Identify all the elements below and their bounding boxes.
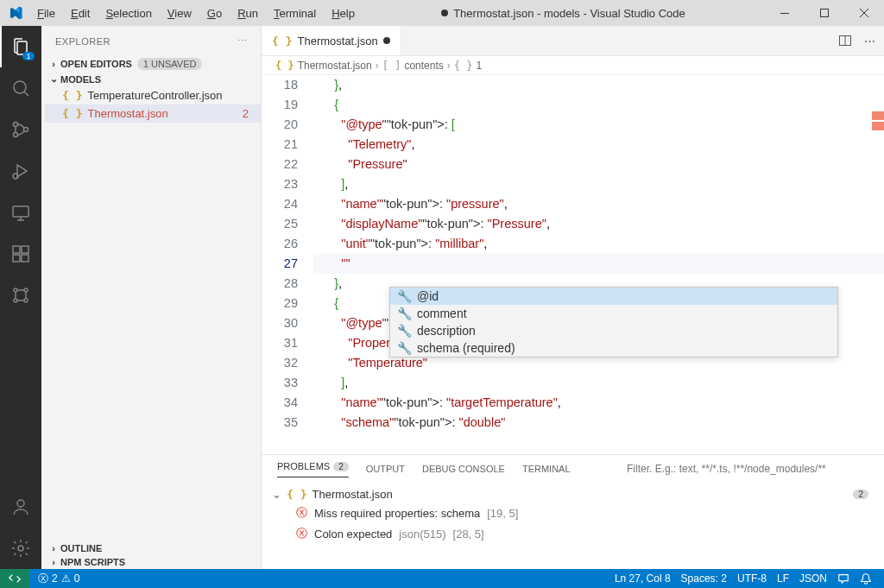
filter-input[interactable] xyxy=(627,463,868,475)
close-button[interactable] xyxy=(844,0,884,26)
app-logo xyxy=(0,6,30,20)
window-controls xyxy=(765,0,884,26)
breadcrumb[interactable]: { } Thermostat.json › [ ] contents › { }… xyxy=(262,56,884,75)
json-icon: { } xyxy=(275,60,294,72)
split-editor-icon[interactable] xyxy=(838,34,852,47)
tab-terminal[interactable]: TERMINAL xyxy=(522,464,571,474)
menu-file[interactable]: File xyxy=(30,3,62,23)
chevron-down-icon: ⌄ xyxy=(272,488,281,501)
status-language[interactable]: JSON xyxy=(794,572,832,585)
wrench-icon: 🔧 xyxy=(397,341,412,355)
folder-label: MODELS xyxy=(60,74,101,85)
tab-debug-console[interactable]: DEBUG CONSOLE xyxy=(422,464,505,474)
file-item-temperature-controller[interactable]: { } TemperatureController.json xyxy=(45,86,261,104)
svg-point-17 xyxy=(18,546,23,551)
problems-count-badge: 2 xyxy=(333,462,349,471)
activity-debug[interactable] xyxy=(0,150,41,192)
svg-rect-1 xyxy=(821,9,829,17)
svg-point-14 xyxy=(14,299,17,302)
status-encoding[interactable]: UTF-8 xyxy=(732,572,772,585)
overview-ruler[interactable] xyxy=(872,111,884,132)
tab-output[interactable]: OUTPUT xyxy=(366,464,405,474)
svg-rect-0 xyxy=(780,13,789,14)
menu-terminal[interactable]: Terminal xyxy=(267,3,323,23)
chevron-right-icon: › xyxy=(47,557,60,567)
maximize-button[interactable] xyxy=(805,0,844,26)
chevron-right-icon: › xyxy=(47,543,60,553)
problem-file-row[interactable]: ⌄ { } Thermostat.json 2 xyxy=(272,486,874,503)
error-marker[interactable] xyxy=(872,122,884,130)
activity-extensions[interactable] xyxy=(0,233,41,275)
bottom-panel: PROBLEMS2 OUTPUT DEBUG CONSOLE TERMINAL … xyxy=(262,454,884,569)
suggest-widget[interactable]: 🔧@id 🔧comment 🔧description 🔧schema (requ… xyxy=(389,287,838,357)
wrench-icon: 🔧 xyxy=(397,324,412,338)
menu-go[interactable]: Go xyxy=(200,3,229,23)
problem-item[interactable]: ⓧ Colon expected json(515) [28, 5] xyxy=(272,523,874,544)
svg-rect-10 xyxy=(22,255,28,262)
activity-dtdl[interactable] xyxy=(0,275,41,316)
unsaved-badge: 1 UNSAVED xyxy=(137,58,203,70)
svg-point-13 xyxy=(24,288,28,292)
status-spaces[interactable]: Spaces: 2 xyxy=(676,572,732,585)
menu-view[interactable]: View xyxy=(161,3,199,23)
wrench-icon: 🔧 xyxy=(397,307,412,320)
title-bar: File Edit Selection View Go Run Terminal… xyxy=(0,0,884,26)
activity-bar: 1 xyxy=(0,26,41,569)
activity-scm[interactable] xyxy=(0,109,41,150)
modified-dot-icon xyxy=(441,9,448,16)
menu-selection[interactable]: Selection xyxy=(98,3,158,23)
activity-settings[interactable] xyxy=(0,528,41,569)
error-icon: ⓧ xyxy=(296,526,307,541)
outline-section[interactable]: › OUTLINE xyxy=(41,541,261,555)
menu-run[interactable]: Run xyxy=(230,3,265,23)
activity-search[interactable] xyxy=(0,67,41,109)
more-icon[interactable]: ⋯ xyxy=(237,35,248,47)
breadcrumb-seg[interactable]: 1 xyxy=(476,60,482,72)
suggest-label: schema (required) xyxy=(417,341,515,355)
folder-section[interactable]: ⌄ MODELS xyxy=(41,72,261,86)
sidebar: EXPLORER ⋯ › OPEN EDITORS 1 UNSAVED ⌄ MO… xyxy=(41,26,262,569)
feedback-icon[interactable] xyxy=(832,572,855,585)
remote-indicator[interactable] xyxy=(0,569,29,588)
window-title-text: Thermostat.json - models - Visual Studio… xyxy=(453,7,685,20)
minimize-button[interactable] xyxy=(765,0,805,26)
code-editor[interactable]: 181920212223242526272829303132333435 }, … xyxy=(262,75,884,454)
svg-point-4 xyxy=(14,133,18,137)
panel-tabs: PROBLEMS2 OUTPUT DEBUG CONSOLE TERMINAL xyxy=(262,455,884,483)
activity-remote[interactable] xyxy=(0,192,41,233)
tab-thermostat[interactable]: { } Thermostat.json xyxy=(262,26,401,55)
problem-source: json(515) xyxy=(399,528,445,541)
tab-problems[interactable]: PROBLEMS2 xyxy=(277,461,349,477)
activity-explorer[interactable]: 1 xyxy=(0,26,41,67)
error-icon: ⓧ xyxy=(296,505,307,521)
status-lncol[interactable]: Ln 27, Col 8 xyxy=(609,572,676,585)
menu-edit[interactable]: Edit xyxy=(64,3,97,23)
svg-rect-11 xyxy=(22,246,28,253)
suggest-item[interactable]: 🔧comment xyxy=(390,305,837,322)
more-icon[interactable]: ⋯ xyxy=(864,35,875,47)
bell-icon[interactable] xyxy=(855,572,877,585)
error-marker[interactable] xyxy=(872,111,884,120)
error-icon: ⓧ xyxy=(38,572,48,586)
status-eol[interactable]: LF xyxy=(772,572,794,585)
code-area[interactable]: }, { "@type""tok-pun">: [ "Telemetry", "… xyxy=(313,75,884,454)
suggest-item[interactable]: 🔧description xyxy=(390,322,837,339)
npm-section[interactable]: › NPM SCRIPTS xyxy=(41,555,261,569)
svg-point-15 xyxy=(24,299,28,302)
file-item-thermostat[interactable]: { } Thermostat.json 2 xyxy=(45,104,261,123)
open-editors-section[interactable]: › OPEN EDITORS 1 UNSAVED xyxy=(41,56,261,72)
problem-item[interactable]: ⓧ Miss required properties: schema [19, … xyxy=(272,503,874,523)
sidebar-title: EXPLORER xyxy=(55,36,110,47)
breadcrumb-seg[interactable]: contents xyxy=(404,60,443,72)
status-errors[interactable]: ⓧ2⚠0 xyxy=(33,572,85,586)
sidebar-header: EXPLORER ⋯ xyxy=(41,26,261,56)
activity-account[interactable] xyxy=(0,486,41,528)
suggest-item[interactable]: 🔧schema (required) xyxy=(390,339,837,357)
wrench-icon: 🔧 xyxy=(397,289,412,303)
problem-file-name: Thermostat.json xyxy=(312,488,392,501)
warning-icon: ⚠ xyxy=(61,572,71,585)
menu-help[interactable]: Help xyxy=(325,3,362,23)
menu-bar: File Edit Selection View Go Run Terminal… xyxy=(30,3,362,23)
breadcrumb-file[interactable]: Thermostat.json xyxy=(298,60,372,72)
suggest-item[interactable]: 🔧@id xyxy=(390,288,837,305)
